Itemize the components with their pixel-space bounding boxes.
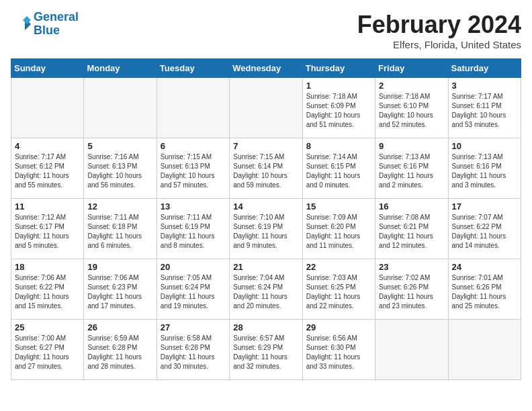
calendar-cell: 3Sunrise: 7:17 AMSunset: 6:11 PMDaylight… (448, 78, 521, 138)
logo-text: General Blue (34, 11, 79, 38)
weekday-header-wednesday: Wednesday (230, 59, 302, 78)
day-number: 18 (15, 262, 80, 272)
day-detail: Sunrise: 6:57 AMSunset: 6:29 PMDaylight:… (233, 334, 298, 371)
calendar-cell (375, 320, 448, 380)
day-detail: Sunrise: 7:18 AMSunset: 6:09 PMDaylight:… (306, 92, 371, 130)
weekday-header-friday: Friday (375, 59, 448, 78)
calendar-cell: 24Sunrise: 7:01 AMSunset: 6:26 PMDayligh… (448, 259, 521, 320)
calendar-body: 1Sunrise: 7:18 AMSunset: 6:09 PMDaylight… (11, 78, 521, 380)
calendar-cell: 16Sunrise: 7:08 AMSunset: 6:21 PMDayligh… (375, 199, 448, 259)
day-detail: Sunrise: 7:05 AMSunset: 6:24 PMDaylight:… (161, 273, 226, 311)
day-detail: Sunrise: 7:12 AMSunset: 6:17 PMDaylight:… (15, 213, 80, 250)
day-number: 15 (306, 201, 371, 212)
day-detail: Sunrise: 7:13 AMSunset: 6:16 PMDaylight:… (379, 152, 444, 190)
day-number: 3 (452, 81, 517, 91)
day-number: 19 (87, 262, 152, 272)
calendar-cell: 7Sunrise: 7:15 AMSunset: 6:14 PMDaylight… (230, 138, 302, 199)
calendar-cell: 4Sunrise: 7:17 AMSunset: 6:12 PMDaylight… (11, 138, 84, 199)
calendar-week-2: 11Sunrise: 7:12 AMSunset: 6:17 PMDayligh… (11, 199, 521, 259)
calendar-cell: 10Sunrise: 7:13 AMSunset: 6:16 PMDayligh… (448, 138, 521, 199)
day-number: 28 (233, 322, 298, 332)
calendar-cell: 18Sunrise: 7:06 AMSunset: 6:22 PMDayligh… (11, 259, 84, 320)
day-number: 1 (306, 81, 371, 91)
day-detail: Sunrise: 7:08 AMSunset: 6:21 PMDaylight:… (379, 213, 444, 250)
day-detail: Sunrise: 7:07 AMSunset: 6:22 PMDaylight:… (452, 213, 517, 250)
day-number: 26 (87, 322, 152, 332)
day-detail: Sunrise: 7:00 AMSunset: 6:27 PMDaylight:… (15, 334, 80, 371)
day-detail: Sunrise: 7:01 AMSunset: 6:26 PMDaylight:… (452, 273, 517, 311)
calendar-cell: 12Sunrise: 7:11 AMSunset: 6:18 PMDayligh… (84, 199, 157, 259)
weekday-header-saturday: Saturday (448, 59, 521, 78)
day-number: 21 (233, 262, 298, 272)
weekday-header-monday: Monday (84, 59, 157, 78)
calendar-cell: 15Sunrise: 7:09 AMSunset: 6:20 PMDayligh… (302, 199, 375, 259)
calendar-cell: 17Sunrise: 7:07 AMSunset: 6:22 PMDayligh… (448, 199, 521, 259)
day-number: 13 (161, 201, 226, 212)
calendar-cell: 25Sunrise: 7:00 AMSunset: 6:27 PMDayligh… (11, 320, 84, 380)
calendar-cell: 20Sunrise: 7:05 AMSunset: 6:24 PMDayligh… (157, 259, 229, 320)
day-number: 2 (379, 81, 444, 91)
calendar-header-row: SundayMondayTuesdayWednesdayThursdayFrid… (11, 59, 521, 78)
calendar-cell: 28Sunrise: 6:57 AMSunset: 6:29 PMDayligh… (230, 320, 302, 380)
logo-icon (11, 14, 31, 34)
day-number: 17 (452, 201, 517, 212)
calendar-week-0: 1Sunrise: 7:18 AMSunset: 6:09 PMDaylight… (11, 78, 521, 138)
calendar-cell (84, 78, 157, 138)
day-number: 8 (306, 141, 371, 151)
calendar-cell: 6Sunrise: 7:15 AMSunset: 6:13 PMDaylight… (157, 138, 229, 199)
calendar-cell (230, 78, 302, 138)
day-number: 10 (452, 141, 517, 151)
calendar-cell: 1Sunrise: 7:18 AMSunset: 6:09 PMDaylight… (302, 78, 375, 138)
calendar-week-3: 18Sunrise: 7:06 AMSunset: 6:22 PMDayligh… (11, 259, 521, 320)
calendar-cell: 14Sunrise: 7:10 AMSunset: 6:19 PMDayligh… (230, 199, 302, 259)
day-detail: Sunrise: 7:15 AMSunset: 6:13 PMDaylight:… (161, 152, 226, 190)
calendar-cell: 2Sunrise: 7:18 AMSunset: 6:10 PMDaylight… (375, 78, 448, 138)
day-number: 5 (87, 141, 152, 151)
calendar-cell: 8Sunrise: 7:14 AMSunset: 6:15 PMDaylight… (302, 138, 375, 199)
day-detail: Sunrise: 7:15 AMSunset: 6:14 PMDaylight:… (233, 152, 298, 190)
day-number: 11 (15, 201, 80, 212)
day-detail: Sunrise: 7:04 AMSunset: 6:24 PMDaylight:… (233, 273, 298, 311)
day-detail: Sunrise: 7:02 AMSunset: 6:26 PMDaylight:… (379, 273, 444, 311)
day-number: 22 (306, 262, 371, 272)
calendar-cell: 23Sunrise: 7:02 AMSunset: 6:26 PMDayligh… (375, 259, 448, 320)
day-number: 12 (87, 201, 152, 212)
day-detail: Sunrise: 7:17 AMSunset: 6:12 PMDaylight:… (15, 152, 80, 190)
day-detail: Sunrise: 6:56 AMSunset: 6:30 PMDaylight:… (306, 334, 371, 371)
calendar-cell: 13Sunrise: 7:11 AMSunset: 6:19 PMDayligh… (157, 199, 229, 259)
day-detail: Sunrise: 7:03 AMSunset: 6:25 PMDaylight:… (306, 273, 371, 311)
calendar-cell: 9Sunrise: 7:13 AMSunset: 6:16 PMDaylight… (375, 138, 448, 199)
day-number: 14 (233, 201, 298, 212)
day-detail: Sunrise: 7:11 AMSunset: 6:18 PMDaylight:… (87, 213, 152, 250)
day-detail: Sunrise: 7:06 AMSunset: 6:22 PMDaylight:… (15, 273, 80, 311)
weekday-header-sunday: Sunday (11, 59, 84, 78)
weekday-header-tuesday: Tuesday (157, 59, 229, 78)
day-detail: Sunrise: 7:11 AMSunset: 6:19 PMDaylight:… (161, 213, 226, 250)
day-detail: Sunrise: 6:59 AMSunset: 6:28 PMDaylight:… (87, 334, 152, 371)
day-detail: Sunrise: 7:17 AMSunset: 6:11 PMDaylight:… (452, 92, 517, 130)
day-number: 9 (379, 141, 444, 151)
day-detail: Sunrise: 6:58 AMSunset: 6:28 PMDaylight:… (161, 334, 226, 371)
calendar-cell: 21Sunrise: 7:04 AMSunset: 6:24 PMDayligh… (230, 259, 302, 320)
day-detail: Sunrise: 7:10 AMSunset: 6:19 PMDaylight:… (233, 213, 298, 250)
day-number: 29 (306, 322, 371, 332)
calendar-cell: 5Sunrise: 7:16 AMSunset: 6:13 PMDaylight… (84, 138, 157, 199)
calendar-cell: 19Sunrise: 7:06 AMSunset: 6:23 PMDayligh… (84, 259, 157, 320)
calendar-cell (11, 78, 84, 138)
month-title: February 2024 (357, 11, 521, 39)
calendar-cell: 26Sunrise: 6:59 AMSunset: 6:28 PMDayligh… (84, 320, 157, 380)
calendar-table: SundayMondayTuesdayWednesdayThursdayFrid… (11, 58, 521, 380)
logo: General Blue (11, 11, 79, 38)
title-block: February 2024 Elfers, Florida, United St… (357, 11, 521, 50)
calendar-cell (448, 320, 521, 380)
day-number: 25 (15, 322, 80, 332)
weekday-header-thursday: Thursday (302, 59, 375, 78)
calendar-cell: 27Sunrise: 6:58 AMSunset: 6:28 PMDayligh… (157, 320, 229, 380)
day-number: 27 (161, 322, 226, 332)
calendar-cell (157, 78, 229, 138)
calendar-cell: 11Sunrise: 7:12 AMSunset: 6:17 PMDayligh… (11, 199, 84, 259)
day-detail: Sunrise: 7:09 AMSunset: 6:20 PMDaylight:… (306, 213, 371, 250)
day-number: 7 (233, 141, 298, 151)
day-detail: Sunrise: 7:06 AMSunset: 6:23 PMDaylight:… (87, 273, 152, 311)
calendar-cell: 29Sunrise: 6:56 AMSunset: 6:30 PMDayligh… (302, 320, 375, 380)
